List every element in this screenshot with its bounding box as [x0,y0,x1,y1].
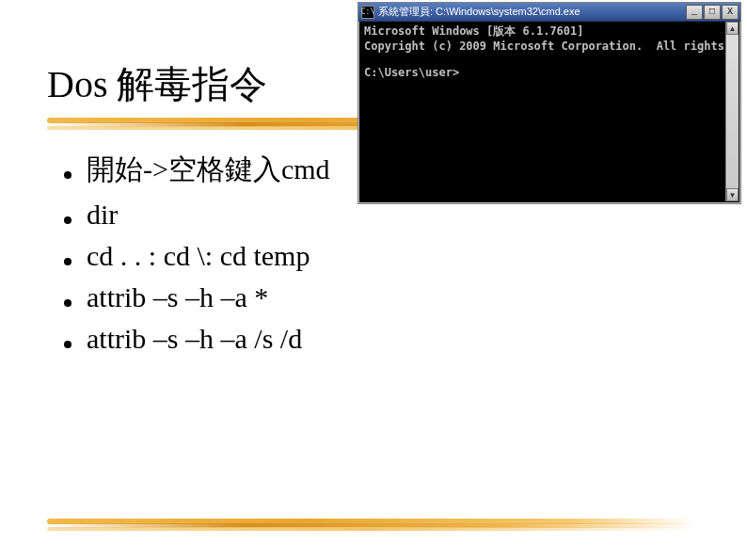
list-item: attrib –s –h –a * [64,281,709,313]
footer-underline [47,519,696,530]
cmd-output[interactable]: Microsoft Windows [版本 6.1.7601] Copyrigh… [360,22,725,201]
bullet-text: attrib –s –h –a /s /d [87,323,302,355]
bullet-icon [64,171,72,179]
list-item: attrib –s –h –a /s /d [64,323,709,355]
minimize-button[interactable]: _ [686,5,703,20]
maximize-button[interactable]: □ [704,5,721,20]
scroll-down-button[interactable]: ▼ [726,188,739,201]
cmd-line: Microsoft Windows [版本 6.1.7601] [364,24,584,38]
cmd-window: C:\ 系統管理員: C:\Windows\system32\cmd.exe _… [358,2,741,204]
close-button[interactable]: X [722,5,739,20]
bullet-icon [64,299,72,307]
bullet-text: cd . . : cd \: cd temp [87,240,310,272]
bullet-icon [64,341,72,348]
cmd-app-icon: C:\ [361,6,374,19]
bullet-text: 開始->空格鍵入cmd [87,151,330,189]
cmd-prompt: C:\Users\user> [364,66,459,79]
cmd-title-text: 系統管理員: C:\Windows\system32\cmd.exe [378,5,685,19]
cmd-scrollbar[interactable]: ▲ ▼ [725,22,739,201]
bullet-icon [64,216,72,224]
list-item: cd . . : cd \: cd temp [64,240,709,272]
cmd-titlebar[interactable]: C:\ 系統管理員: C:\Windows\system32\cmd.exe _… [358,3,740,22]
cmd-line: Copyright (c) 2009 Microsoft Corporation… [364,40,725,53]
bullet-text: dir [87,199,118,231]
scroll-up-button[interactable]: ▲ [726,22,739,35]
slide: Dos 解毒指令 開始->空格鍵入cmd dir cd . . : cd \: … [0,0,747,560]
bullet-text: attrib –s –h –a * [87,281,268,313]
bullet-icon [64,258,72,265]
cmd-window-controls: _ □ X [685,5,740,20]
